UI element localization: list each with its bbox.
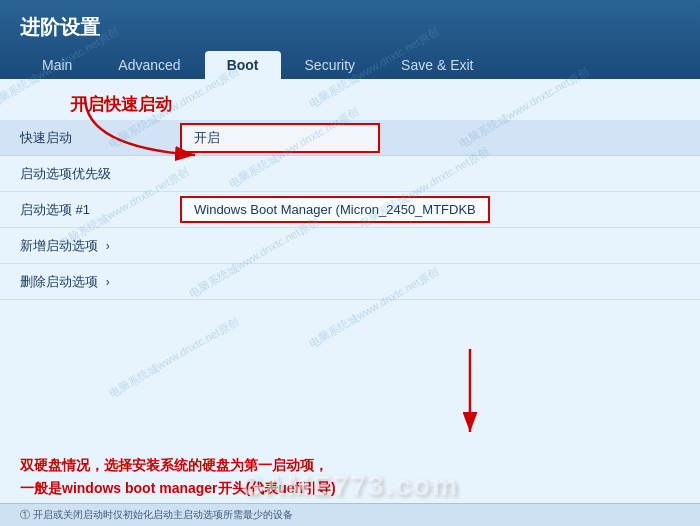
tab-advanced[interactable]: Advanced xyxy=(96,51,202,79)
boot-priority-label: 启动选项优先级 xyxy=(20,165,180,183)
delete-boot-chevron: › xyxy=(106,275,110,289)
annotation-bottom-line1: 双硬盘情况，选择安装系统的硬盘为第一启动项， xyxy=(20,454,680,476)
add-boot-option-label: 新增启动选项 › xyxy=(20,237,180,255)
bios-footer: ① 开启或关闭启动时仅初始化启动主启动选项所需最少的设备 xyxy=(0,503,700,526)
tab-security[interactable]: Security xyxy=(283,51,378,79)
fast-boot-label: 快速启动 xyxy=(20,129,180,147)
tab-main[interactable]: Main xyxy=(20,51,94,79)
bios-content: 开启快速启动 快速启动 开启 启动选项优先级 启动选项 #1 Windows B… xyxy=(0,79,700,526)
add-boot-chevron: › xyxy=(106,239,110,253)
arrow-boot-option xyxy=(440,344,500,444)
fast-boot-value-container: 开启 xyxy=(180,123,680,153)
footer-text: ① 开启或关闭启动时仅初始化启动主启动选项所需最少的设备 xyxy=(20,509,293,520)
tab-boot[interactable]: Boot xyxy=(205,51,281,79)
annotation-bottom: 双硬盘情况，选择安装系统的硬盘为第一启动项， 一般是windows boot m… xyxy=(20,454,680,499)
boot-option-1-row[interactable]: 启动选项 #1 Windows Boot Manager (Micron_245… xyxy=(0,192,700,228)
delete-boot-option-row[interactable]: 删除启动选项 › xyxy=(0,264,700,300)
boot-option-1-value: Windows Boot Manager (Micron_2450_MTFDKB xyxy=(180,196,490,223)
fast-boot-value: 开启 xyxy=(180,123,380,153)
settings-area: 快速启动 开启 启动选项优先级 启动选项 #1 Windows Boot Man… xyxy=(0,120,700,454)
boot-option-1-value-container: Windows Boot Manager (Micron_2450_MTFDKB xyxy=(180,196,680,223)
annotation-fast-boot: 开启快速启动 xyxy=(70,93,680,116)
annotation-bottom-line2: 一般是windows boot manager开头(代表uefi引导) xyxy=(20,477,680,499)
bios-title: 进阶设置 xyxy=(20,8,680,51)
add-boot-option-row[interactable]: 新增启动选项 › xyxy=(0,228,700,264)
tab-save-exit[interactable]: Save & Exit xyxy=(379,51,495,79)
boot-option-1-label: 启动选项 #1 xyxy=(20,201,180,219)
bios-header: 进阶设置 Main Advanced Boot Security Save & … xyxy=(0,0,700,79)
bios-container: 电脑系统城www.dnxtc.net原创 电脑系统城www.dnxtc.net原… xyxy=(0,0,700,526)
boot-priority-row[interactable]: 启动选项优先级 xyxy=(0,156,700,192)
delete-boot-option-label: 删除启动选项 › xyxy=(20,273,180,291)
fast-boot-row[interactable]: 快速启动 开启 xyxy=(0,120,700,156)
tab-bar: Main Advanced Boot Security Save & Exit xyxy=(20,51,680,79)
